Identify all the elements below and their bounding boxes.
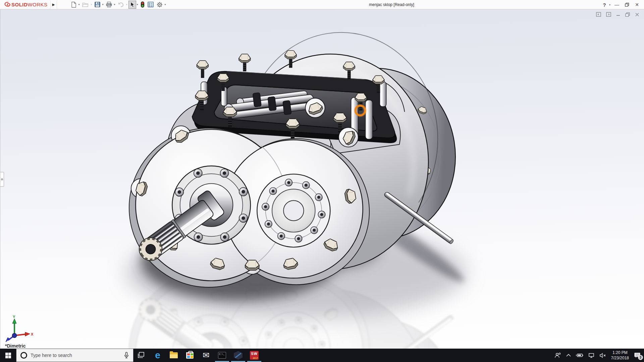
chevron-up-icon <box>566 354 571 357</box>
power-status-button[interactable] <box>576 353 583 358</box>
network-icon <box>588 353 594 358</box>
properties-list-icon <box>148 2 154 7</box>
print-icon <box>106 2 112 7</box>
doc-close-button[interactable] <box>635 12 639 17</box>
next-pane-button[interactable] <box>606 12 611 17</box>
document-title: menjac sklop [Read-only] <box>369 0 414 9</box>
gear-icon <box>157 2 163 8</box>
clock-time: 1:20 PM <box>611 350 629 355</box>
save-floppy-icon <box>95 2 100 7</box>
solidworks-logo: SOLIDWORKS <box>0 0 50 9</box>
tray-overflow-button[interactable] <box>566 354 571 357</box>
print-caret[interactable]: ▾ <box>114 3 116 6</box>
brand-works: WORKS <box>28 2 47 7</box>
search-input[interactable] <box>31 353 120 358</box>
battery-icon <box>576 353 583 358</box>
document-window-controls <box>596 12 639 17</box>
doc-restore-button[interactable] <box>625 12 630 17</box>
rebuild-button[interactable] <box>139 1 146 9</box>
task-view-icon <box>138 352 145 359</box>
taskbar-solidworks[interactable]: SW2017 <box>246 349 262 362</box>
solidworks-app-icon: SW2017 <box>250 351 259 360</box>
restore-icon <box>625 3 629 7</box>
notification-badge: 3 <box>638 355 643 360</box>
windows-logo-icon <box>5 353 11 358</box>
volume-button[interactable] <box>599 353 606 358</box>
taskbar-edge[interactable]: e <box>150 349 166 362</box>
select-cursor-icon <box>130 2 135 8</box>
save-button[interactable] <box>93 1 102 9</box>
select-caret[interactable]: ▾ <box>137 3 139 6</box>
people-icon <box>554 352 561 358</box>
open-caret[interactable]: ▾ <box>91 3 93 6</box>
taskbar-file-explorer[interactable] <box>166 349 182 362</box>
sw-letters: SW <box>251 352 258 356</box>
orientation-triad: Y X <box>2 315 34 343</box>
previous-pane-button[interactable] <box>596 12 601 17</box>
taskbar-search[interactable] <box>16 349 133 362</box>
quick-toolbar: ▾ ▾ ▾ ▾ ▾ ▾ ▾ <box>70 1 167 9</box>
new-caret[interactable]: ▾ <box>78 3 80 6</box>
task-view-button[interactable] <box>133 349 150 362</box>
view-orientation-label: *Dimetric <box>5 343 25 349</box>
help-caret[interactable]: ▾ <box>609 3 611 6</box>
graphics-viewport[interactable]: Y X *Dimetric <box>0 9 644 349</box>
undo-button[interactable] <box>116 1 125 9</box>
menu-flyout-button[interactable]: ▶ <box>50 1 57 9</box>
people-button[interactable] <box>554 352 561 358</box>
new-document-button[interactable] <box>70 1 78 9</box>
new-document-icon <box>71 2 76 8</box>
open-folder-icon <box>82 2 89 7</box>
triad-y-label: Y <box>13 315 15 319</box>
file-properties-button[interactable] <box>146 1 155 9</box>
model-canvas <box>0 9 644 349</box>
help-button[interactable]: ? <box>601 1 607 9</box>
edge-icon: e <box>155 351 160 360</box>
window-close-button[interactable]: ✕ <box>633 1 641 9</box>
microphone-icon[interactable] <box>124 352 129 359</box>
app-title-bar: SOLIDWORKS ▶ ▾ ▾ ▾ ▾ ▾ ▾ ▾ menjac sklop <box>0 0 644 9</box>
file-explorer-icon <box>170 352 178 358</box>
traffic-light-icon <box>141 1 145 8</box>
start-button[interactable] <box>0 349 16 362</box>
command-prompt-icon: C:\_ <box>218 352 226 359</box>
windows-taskbar: e ✉ C:\_ SW2017 1:20 PM <box>0 349 644 362</box>
brand-solid: SOLID <box>11 2 28 7</box>
taskbar-mail[interactable]: ✉ <box>198 349 214 362</box>
triad-x-label: X <box>31 332 34 336</box>
hexagon-app-icon <box>234 351 243 360</box>
taskbar-command-prompt[interactable]: C:\_ <box>214 349 230 362</box>
panel-tab-dot <box>1 178 3 180</box>
feature-panel-collapsed-tab[interactable] <box>0 172 4 187</box>
window-restore-button[interactable] <box>623 1 631 9</box>
network-button[interactable] <box>588 353 594 358</box>
ds-swoosh-icon <box>3 1 11 8</box>
window-minimize-button[interactable]: — <box>612 1 621 9</box>
mail-icon: ✉ <box>203 351 209 359</box>
cortana-icon <box>20 352 27 359</box>
doc-minimize-button[interactable] <box>616 12 620 16</box>
taskbar-store[interactable] <box>182 349 198 362</box>
save-caret[interactable]: ▾ <box>102 3 104 6</box>
system-tray: 1:20 PM 7/23/2018 3 <box>554 349 644 362</box>
taskbar-hexagon-app[interactable] <box>230 349 246 362</box>
options-caret[interactable]: ▾ <box>164 3 167 6</box>
sw-year: 2017 <box>253 357 258 359</box>
action-center-button[interactable]: 3 <box>634 352 641 358</box>
options-button[interactable] <box>155 1 164 9</box>
clock-date: 7/23/2018 <box>611 355 629 361</box>
print-button[interactable] <box>105 1 113 9</box>
taskbar-clock[interactable]: 1:20 PM 7/23/2018 <box>611 350 629 361</box>
open-document-button[interactable] <box>81 1 90 9</box>
undo-icon <box>118 2 124 7</box>
select-tool-button[interactable] <box>128 1 136 9</box>
store-icon <box>186 352 194 359</box>
speaker-muted-icon <box>599 353 606 358</box>
undo-caret[interactable]: ▾ <box>126 3 128 6</box>
